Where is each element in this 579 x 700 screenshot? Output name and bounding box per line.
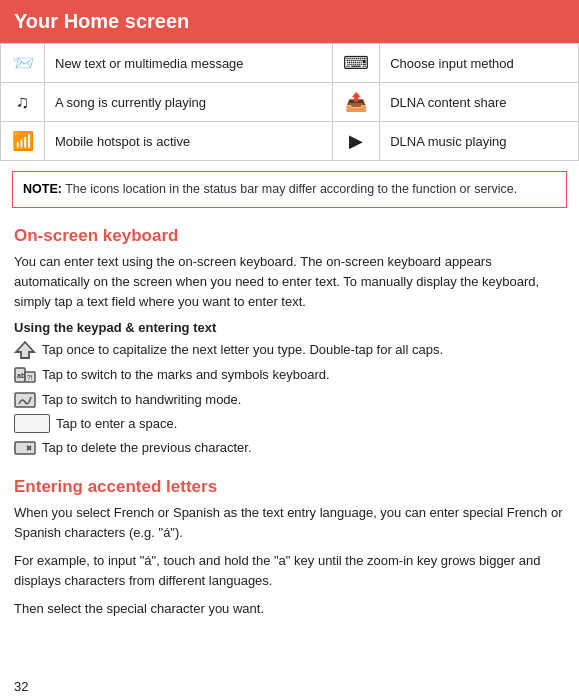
section2-heading: Entering accented letters: [14, 477, 565, 497]
abc-icon: abc ?!: [14, 364, 36, 386]
keypad-line-2: abc ?! Tap to switch to the marks and sy…: [14, 364, 565, 386]
keypad-line-5-text: Tap to delete the previous character.: [42, 438, 252, 458]
left-label-cell: New text or multimedia message: [45, 44, 333, 83]
page-header: Your Home screen: [0, 0, 579, 43]
section1-heading: On-screen keyboard: [14, 226, 565, 246]
right-label-cell: DLNA music playing: [380, 122, 579, 161]
left-icon-cell: 📶: [1, 122, 45, 161]
right-label-cell: Choose input method: [380, 44, 579, 83]
section2-paragraph: For example, to input "á", touch and hol…: [14, 551, 565, 591]
table-row: 📨 New text or multimedia message ⌨ Choos…: [1, 44, 579, 83]
keypad-line-2-text: Tap to switch to the marks and symbols k…: [42, 365, 330, 385]
keypad-line-3-text: Tap to switch to handwriting mode.: [42, 390, 241, 410]
keypad-line-4-text: Tap to enter a space.: [56, 414, 177, 434]
keypad-line-1: Tap once to capitalize the next letter y…: [14, 339, 565, 361]
handwrite-icon: [14, 389, 36, 411]
note-text: The icons location in the status bar may…: [62, 182, 517, 196]
keypad-line-3: Tap to switch to handwriting mode.: [14, 389, 565, 411]
keypad-line-5: Tap to delete the previous character.: [14, 437, 565, 459]
right-icon-cell: 📤: [333, 83, 380, 122]
page-title: Your Home screen: [14, 10, 189, 32]
note-label: NOTE:: [23, 182, 62, 196]
note-box: NOTE: The icons location in the status b…: [12, 171, 567, 208]
right-label-cell: DLNA content share: [380, 83, 579, 122]
space-icon: [14, 414, 50, 433]
section2-paragraph: When you select French or Spanish as the…: [14, 503, 565, 543]
page-number: 32: [14, 679, 28, 694]
section2-paragraph: Then select the special character you wa…: [14, 599, 565, 619]
left-icon-cell: 📨: [1, 44, 45, 83]
svg-rect-5: [15, 393, 35, 407]
right-icon-cell: ⌨: [333, 44, 380, 83]
svg-text:?!: ?!: [27, 374, 33, 381]
subsection1-heading: Using the keypad & entering text: [14, 320, 565, 335]
keypad-line-1-text: Tap once to capitalize the next letter y…: [42, 340, 443, 360]
left-icon-cell: ♫: [1, 83, 45, 122]
keypad-line-4: Tap to enter a space.: [14, 414, 565, 434]
table-row: ♫ A song is currently playing 📤 DLNA con…: [1, 83, 579, 122]
page-wrapper: Your Home screen 📨 New text or multimedi…: [0, 0, 579, 700]
left-label-cell: A song is currently playing: [45, 83, 333, 122]
section2-paragraphs: When you select French or Spanish as the…: [0, 503, 579, 620]
table-row: 📶 Mobile hotspot is active ▶ DLNA music …: [1, 122, 579, 161]
section1-intro: You can enter text using the on-screen k…: [14, 252, 565, 312]
right-icon-cell: ▶: [333, 122, 380, 161]
delete-icon: [14, 437, 36, 459]
left-label-cell: Mobile hotspot is active: [45, 122, 333, 161]
icons-table: 📨 New text or multimedia message ⌨ Choos…: [0, 43, 579, 161]
svg-marker-0: [16, 342, 34, 358]
svg-rect-6: [15, 442, 35, 454]
shift-icon: [14, 339, 36, 361]
